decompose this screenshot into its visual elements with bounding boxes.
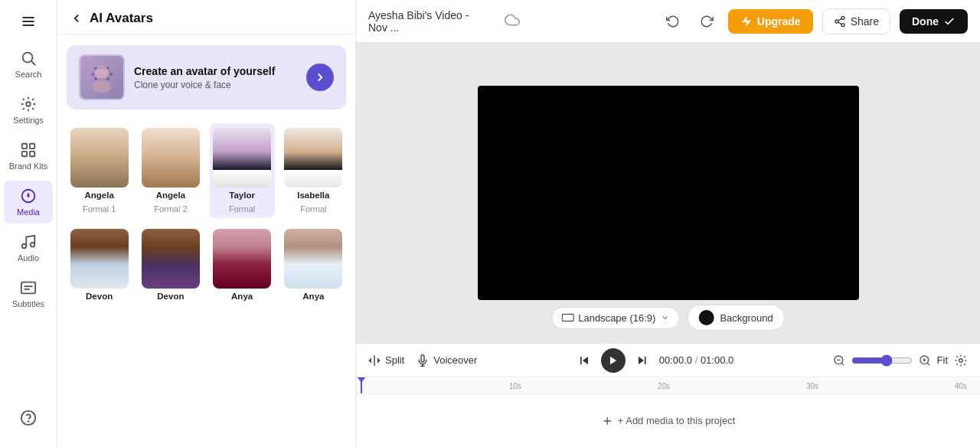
add-media-button[interactable]: + Add media to this project	[601, 415, 736, 427]
sidebar-item-search-label: Search	[15, 70, 42, 79]
cloud-save-icon[interactable]	[505, 12, 520, 31]
svg-rect-9	[30, 152, 34, 156]
landscape-button[interactable]: Landscape (16:9)	[551, 307, 679, 329]
svg-point-37	[841, 23, 844, 26]
timeline-ruler: 10s 20s 30s 40s 50s 1m	[356, 377, 980, 394]
undo-button[interactable]	[661, 9, 685, 34]
fit-label: Fit	[937, 354, 948, 366]
avatar-name-isabella: Isabella	[297, 191, 329, 201]
skip-forward-button[interactable]	[635, 353, 650, 368]
split-label: Split	[385, 354, 404, 366]
timeline-toolbar: Split Voiceover	[356, 344, 980, 377]
svg-line-49	[927, 363, 929, 365]
canvas-area: Landscape (16:9) Background	[356, 43, 980, 343]
avatar-name-devon1: Devon	[86, 292, 113, 302]
video-canvas	[478, 86, 859, 300]
avatar-card-devon1[interactable]: Devon	[67, 224, 132, 310]
timeline-settings-button[interactable]	[954, 354, 968, 367]
avatar-name-anya2: Anya	[302, 292, 324, 302]
sidebar-item-settings[interactable]: Settings	[4, 89, 53, 132]
ruler-mark-10s: 10s	[509, 382, 521, 390]
avatar-role-taylor: Formal	[229, 204, 255, 214]
avatar-name-angela2: Angela	[156, 191, 185, 201]
avatar-name-anya1: Anya	[231, 292, 253, 302]
timeline: Split Voiceover	[356, 343, 980, 447]
sidebar-item-media-label: Media	[17, 207, 40, 217]
timeline-track-area: + Add media to this project	[356, 394, 980, 447]
avatar-card-anya1[interactable]: Anya	[210, 224, 275, 310]
ruler-mark-30s: 30s	[806, 382, 818, 390]
avatar-grid: Angela Formal 1 Angela Formal 2 Taylor F…	[57, 117, 355, 316]
time-separator: /	[695, 354, 701, 366]
canvas-controls: Landscape (16:9) Background	[551, 305, 785, 331]
background-label: Background	[720, 312, 773, 324]
voiceover-tool[interactable]: Voiceover	[416, 354, 477, 367]
avatar-img-isabella	[284, 128, 342, 188]
svg-line-38	[838, 22, 841, 24]
sidebar: Search Settings Brand Kits Media Audio	[0, 0, 57, 447]
menu-button[interactable]	[13, 8, 44, 35]
avatar-card-isabella[interactable]: Isabella Formal	[281, 123, 346, 218]
ai-avatars-panel: AI Avatars	[57, 0, 356, 447]
sidebar-item-brand-kits[interactable]: Brand Kits	[4, 135, 53, 178]
topbar: Ayesha Bibi's Video - Nov ... Upgrade	[356, 0, 980, 43]
create-avatar-card[interactable]: Create an avatar of yourself Clone your …	[67, 45, 346, 109]
fit-button[interactable]: Fit	[937, 354, 948, 366]
split-tool[interactable]: Split	[368, 354, 404, 367]
panel-back-button[interactable]	[70, 11, 83, 25]
main-area: Ayesha Bibi's Video - Nov ... Upgrade	[356, 0, 980, 447]
avatar-card-taylor[interactable]: Taylor Formal	[210, 123, 275, 218]
sidebar-item-audio[interactable]: Audio	[4, 227, 53, 269]
zoom-slider[interactable]	[851, 354, 913, 367]
voiceover-label: Voiceover	[433, 354, 477, 366]
svg-rect-40	[562, 315, 573, 321]
avatar-name-devon2: Devon	[157, 292, 184, 302]
sidebar-item-settings-label: Settings	[13, 116, 44, 125]
panel-title: AI Avatars	[90, 11, 153, 26]
project-title: Ayesha Bibi's Video - Nov ...	[368, 9, 491, 34]
svg-point-35	[841, 16, 844, 19]
create-avatar-title: Create an avatar of yourself	[134, 64, 297, 78]
sidebar-item-brand-kits-label: Brand Kits	[9, 162, 48, 171]
play-button[interactable]	[601, 348, 626, 373]
svg-point-13	[22, 244, 27, 249]
ruler-mark-40s: 40s	[955, 382, 967, 390]
timeline-right-controls: Fit	[833, 354, 968, 367]
zoom-out-button[interactable]	[833, 354, 845, 367]
share-label: Share	[851, 15, 879, 28]
svg-line-31	[93, 74, 96, 79]
avatar-card-devon2[interactable]: Devon	[138, 224, 203, 310]
zoom-in-button[interactable]	[919, 354, 931, 367]
share-button[interactable]: Share	[822, 8, 890, 34]
ruler-mark-20s: 20s	[658, 382, 670, 390]
sidebar-item-help[interactable]	[4, 396, 53, 439]
landscape-label: Landscape (16:9)	[578, 312, 655, 324]
avatar-card-angela1[interactable]: Angela Formal 1	[67, 123, 132, 218]
skip-backward-button[interactable]	[577, 353, 592, 368]
avatar-img-angela1	[70, 128, 129, 188]
svg-rect-8	[22, 152, 27, 156]
svg-point-12	[28, 195, 29, 197]
create-avatar-subtitle: Clone your voice & face	[134, 80, 297, 90]
sidebar-item-subtitles[interactable]: Subtitles	[4, 272, 53, 315]
upgrade-button[interactable]: Upgrade	[728, 9, 813, 34]
background-button[interactable]: Background	[687, 305, 784, 331]
sidebar-item-search[interactable]: Search	[4, 43, 53, 86]
timeline-playback-controls: 00:00.0 / 01:00.0	[489, 348, 820, 373]
time-display: 00:00.0 / 01:00.0	[659, 354, 734, 366]
avatar-card-anya2[interactable]: Anya	[281, 224, 346, 310]
avatar-role-isabella: Formal	[300, 204, 326, 214]
create-avatar-arrow-button[interactable]	[306, 64, 334, 91]
svg-point-52	[959, 358, 963, 362]
avatar-img-taylor	[213, 128, 271, 188]
redo-button[interactable]	[694, 9, 719, 34]
create-avatar-image	[79, 54, 125, 100]
sidebar-item-audio-label: Audio	[18, 253, 39, 263]
avatar-card-angela2[interactable]: Angela Formal 2	[138, 123, 203, 218]
done-label: Done	[912, 15, 939, 28]
svg-point-19	[28, 421, 29, 422]
done-button[interactable]: Done	[900, 9, 968, 34]
avatar-img-anya2	[284, 229, 342, 289]
add-media-label: + Add media to this project	[618, 415, 736, 426]
sidebar-item-media[interactable]: Media	[4, 181, 53, 224]
